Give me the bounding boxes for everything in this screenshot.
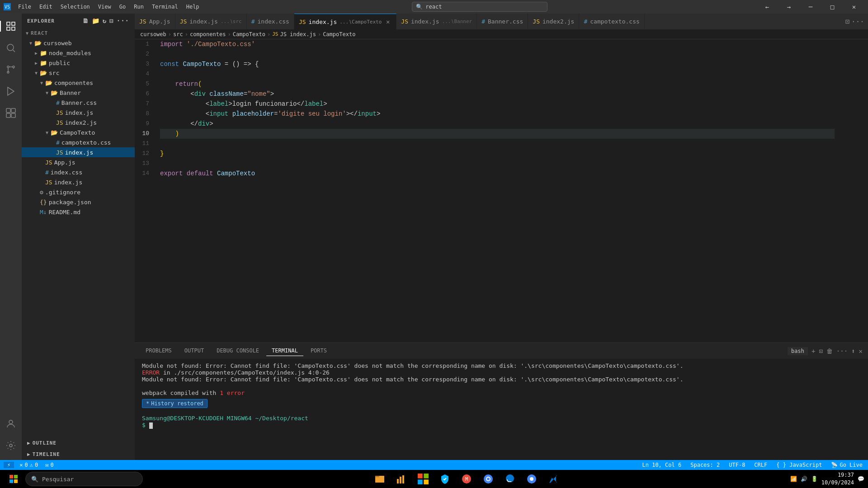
panel-tab-ports[interactable]: PORTS (305, 346, 332, 356)
panel-tab-debug[interactable]: DEBUG CONSOLE (211, 346, 264, 356)
tree-item-banner-css[interactable]: ▶ # Banner.css (22, 98, 135, 108)
taskbar-app-red[interactable]: M (457, 470, 476, 488)
taskbar-chromium[interactable] (522, 470, 542, 488)
menu-terminal[interactable]: Terminal (148, 3, 182, 11)
activity-extensions[interactable] (0, 102, 22, 124)
more-terminal-icon[interactable]: ··· (836, 347, 848, 355)
outline-toggle[interactable]: ▶ OUTLINE (22, 438, 135, 448)
tab-campotexto-css[interactable]: # campotexto.css (579, 14, 644, 29)
code-editor[interactable]: 1 2 3 4 5 6 7 8 9 10 11 12 13 14 (135, 39, 868, 343)
tree-item-banner[interactable]: ▼ 📂 Banner (22, 88, 135, 98)
split-editor-icon[interactable]: ⊡ (845, 17, 849, 26)
status-errors[interactable]: ✕ 0 ⚠ 0 (18, 462, 40, 468)
status-spaces[interactable]: Spaces: 2 (689, 462, 722, 468)
menu-run[interactable]: Run (130, 3, 147, 11)
tree-item-cursoweb[interactable]: ▼ 📂 cursoweb (22, 38, 135, 48)
maximize-button[interactable]: □ (822, 0, 843, 14)
panel-tab-problems[interactable]: PROBLEMS (140, 346, 177, 356)
tree-item-readme[interactable]: ▶ M↓ README.md (22, 207, 135, 217)
activity-source-control[interactable] (0, 59, 22, 80)
tab-index-css[interactable]: # index.css (247, 14, 294, 29)
tree-item-app-js[interactable]: ▶ JS App.js (22, 157, 135, 167)
tab-banner-css[interactable]: # Banner.css (477, 14, 528, 29)
taskbar-app-shield[interactable] (435, 470, 455, 488)
tab-index2-js[interactable]: JS index2.js (528, 14, 579, 29)
close-panel-icon[interactable]: ✕ (859, 347, 863, 355)
menu-file[interactable]: File (14, 3, 35, 11)
tree-item-componentes[interactable]: ▼ 📂 componentes (22, 78, 135, 88)
tree-item-campotexto-css[interactable]: ▶ # campotexto.css (22, 137, 135, 147)
taskbar-search[interactable]: 🔍 Pesquisar (25, 472, 143, 486)
taskbar-app-analytics[interactable] (392, 470, 411, 488)
taskbar-vscode[interactable] (543, 470, 563, 488)
activity-explorer[interactable] (0, 15, 22, 37)
menu-selection[interactable]: Selection (57, 3, 94, 11)
code-content[interactable]: import './CampoTexto.css' const CampoTex… (156, 39, 835, 343)
tree-item-campotexto[interactable]: ▼ 📂 CampoTexto (22, 127, 135, 137)
more-tabs-icon[interactable]: ··· (851, 17, 864, 26)
breadcrumb-index[interactable]: JS index.js (280, 31, 316, 38)
kill-terminal-icon[interactable]: 🗑 (826, 347, 833, 355)
menu-view[interactable]: View (94, 3, 115, 11)
activity-account[interactable] (0, 413, 22, 435)
tree-item-index-css[interactable]: ▶ # index.css (22, 167, 135, 177)
activity-settings[interactable] (0, 435, 22, 456)
tree-item-banner-index2[interactable]: ▶ JS index2.js (22, 117, 135, 127)
close-button[interactable]: ✕ (844, 0, 864, 14)
tree-item-node-modules[interactable]: ▶ 📁 node_modules (22, 48, 135, 58)
scrollbar-vertical[interactable] (862, 39, 868, 343)
tree-item-index-js[interactable]: ▶ JS index.js (22, 177, 135, 187)
nav-back-button[interactable]: ← (757, 0, 778, 14)
breadcrumb-function[interactable]: CampoTexto (323, 31, 355, 38)
split-terminal-icon[interactable]: ⊡ (819, 347, 822, 355)
activity-search[interactable] (0, 37, 22, 59)
tab-index-js-campo[interactable]: JS index.js ...∖CampoTexto ✕ (294, 14, 396, 29)
status-encoding[interactable]: UTF-8 (727, 462, 747, 468)
search-box[interactable]: 🔍 react (412, 2, 547, 12)
tab-index-js-src[interactable]: JS index.js ...∖src (175, 14, 247, 29)
breadcrumb-campotexto[interactable]: CampoTexto (233, 31, 265, 38)
status-line-col[interactable]: Ln 10, Col 6 (641, 462, 684, 468)
start-button[interactable] (4, 470, 24, 488)
timeline-toggle[interactable]: ▶ TIMELINE (22, 450, 135, 459)
maximize-panel-icon[interactable]: ⬆ (851, 347, 855, 355)
collapse-all-icon[interactable]: ⊟ (109, 17, 113, 24)
panel-tab-terminal[interactable]: TERMINAL (266, 346, 303, 356)
nav-forward-button[interactable]: → (778, 0, 799, 14)
menu-help[interactable]: Help (183, 3, 203, 11)
breadcrumb-componentes[interactable]: componentes (190, 31, 226, 38)
terminal-content[interactable]: Module not found: Error: Cannot find fil… (135, 359, 868, 460)
tree-item-public[interactable]: ▶ 📁 public (22, 58, 135, 68)
new-folder-icon[interactable]: 📁 (92, 17, 100, 24)
menu-go[interactable]: Go (116, 3, 129, 11)
tree-root-react[interactable]: ▼ REACT (22, 28, 135, 38)
breadcrumb-src[interactable]: src (173, 31, 183, 38)
taskbar-edge[interactable] (500, 470, 520, 488)
panel-tab-output[interactable]: OUTPUT (179, 346, 209, 356)
activity-run-debug[interactable] (0, 80, 22, 102)
tree-item-campotexto-index[interactable]: ▶ JS index.js (22, 147, 135, 157)
taskbar-clock[interactable]: 19:37 10/09/2024 (821, 471, 854, 487)
status-notifications[interactable]: ✉ 0 (43, 462, 55, 468)
tree-item-package-json[interactable]: ▶ {} package.json (22, 197, 135, 207)
taskbar-file-explorer[interactable] (370, 470, 390, 488)
new-terminal-icon[interactable]: + (811, 347, 815, 355)
tab-index-js-banner[interactable]: JS index.js ...∖Banner (396, 14, 477, 29)
minimize-button[interactable]: ─ (800, 0, 821, 14)
taskbar-chrome[interactable] (478, 470, 498, 488)
new-file-icon[interactable]: 🗎 (82, 17, 89, 24)
menu-edit[interactable]: Edit (36, 3, 56, 11)
status-eol[interactable]: CRLF (752, 462, 769, 468)
status-remote-indicator[interactable]: ⚡ (4, 462, 14, 468)
tab-app-js[interactable]: JS App.js (135, 14, 175, 29)
refresh-icon[interactable]: ↻ (103, 17, 107, 24)
tab-close-button[interactable]: ✕ (384, 18, 392, 25)
more-actions-icon[interactable]: ··· (117, 17, 129, 24)
tree-item-src[interactable]: ▼ 📂 src (22, 68, 135, 78)
breadcrumb-cursoweb[interactable]: cursoweb (140, 31, 166, 38)
notification-icon[interactable]: 💬 (858, 476, 864, 482)
status-language[interactable]: { } JavaScript (774, 462, 824, 468)
tree-item-gitignore[interactable]: ▶ ⚙ .gitignore (22, 187, 135, 197)
taskbar-app-win[interactable] (413, 470, 433, 488)
status-go-live[interactable]: 📡 Go Live (829, 462, 864, 468)
